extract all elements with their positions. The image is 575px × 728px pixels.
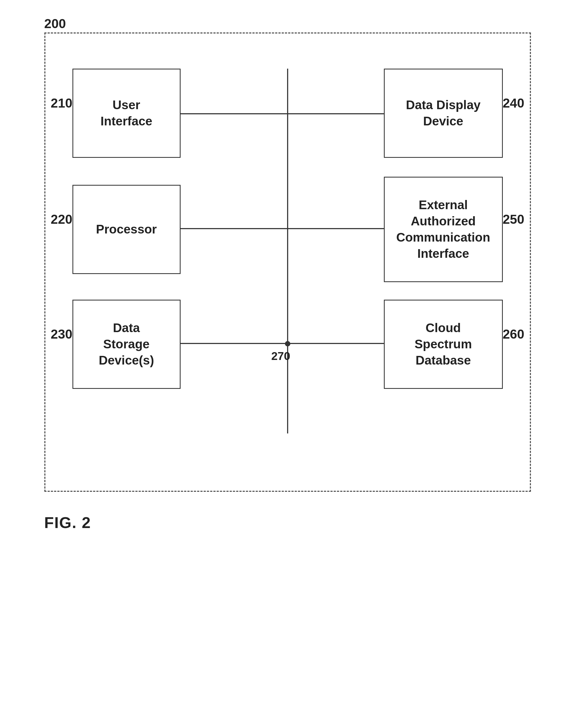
ref-210: 210 bbox=[51, 96, 72, 110]
box-external-auth: ExternalAuthorizedCommunicationInterface bbox=[384, 177, 503, 282]
page-container: 200 270 UserInterface bbox=[31, 16, 544, 531]
fig-label: FIG. 2 bbox=[44, 514, 531, 531]
box-cloud-spectrum-label: CloudSpectrumDatabase bbox=[414, 320, 472, 368]
box-data-storage-label: DataStorageDevice(s) bbox=[99, 320, 154, 368]
ref-250: 250 bbox=[503, 212, 524, 227]
box-processor-label: Processor bbox=[96, 221, 157, 238]
box-data-display-label: Data DisplayDevice bbox=[406, 97, 480, 130]
ref-220: 220 bbox=[51, 212, 72, 227]
box-external-auth-label: ExternalAuthorizedCommunicationInterface bbox=[396, 197, 491, 262]
box-user-interface-label: UserInterface bbox=[101, 97, 153, 130]
box-data-storage: DataStorageDevice(s) bbox=[72, 300, 180, 389]
junction-270 bbox=[285, 341, 290, 346]
ref-200: 200 bbox=[44, 16, 66, 31]
ref-230: 230 bbox=[51, 327, 72, 342]
connector-vertical-main bbox=[287, 69, 288, 434]
box-data-display: Data DisplayDevice bbox=[384, 69, 503, 158]
ref-270-label: 270 bbox=[271, 350, 290, 362]
box-processor: Processor bbox=[72, 185, 180, 274]
ref-240: 240 bbox=[503, 96, 524, 110]
box-user-interface: UserInterface bbox=[72, 69, 180, 158]
outer-box: 270 UserInterface 210 Processor 220 Data… bbox=[44, 32, 531, 492]
diagram-wrapper: 200 270 UserInterface bbox=[44, 16, 531, 531]
ref-260: 260 bbox=[503, 327, 524, 342]
box-cloud-spectrum: CloudSpectrumDatabase bbox=[384, 300, 503, 389]
